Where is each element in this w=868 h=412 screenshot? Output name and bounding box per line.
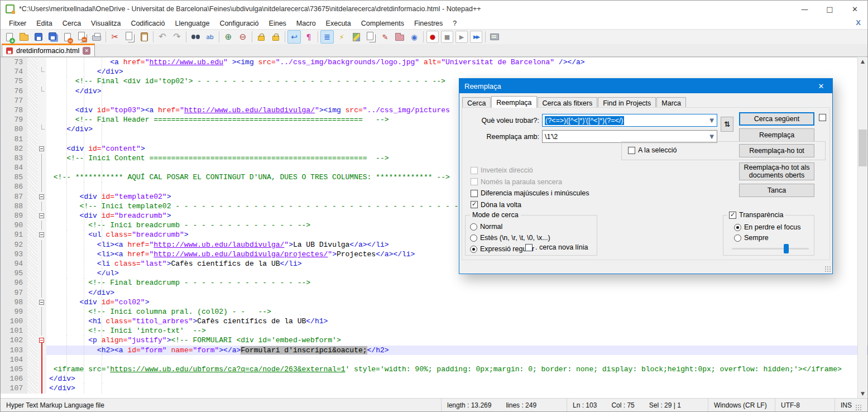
- code-line-99[interactable]: 99 <!-- Inici columna pral. (col02) - - …: [1, 307, 868, 317]
- fold-margin[interactable]: [37, 96, 46, 106]
- fold-margin[interactable]: [37, 182, 46, 191]
- dialog-tab-marca[interactable]: Marca: [656, 97, 686, 108]
- menu-?[interactable]: ?: [448, 18, 462, 28]
- sync-horizontal-icon[interactable]: [269, 30, 282, 44]
- fold-margin[interactable]: [37, 76, 46, 86]
- bookmark-margin[interactable]: [27, 173, 37, 182]
- fold-margin[interactable]: [37, 278, 46, 288]
- bookmark-margin[interactable]: [27, 269, 37, 278]
- menu-executa[interactable]: Executa: [321, 18, 356, 28]
- menu-complements[interactable]: Complements: [356, 18, 409, 28]
- bookmark-margin[interactable]: [27, 221, 37, 230]
- option-checkbox-només-la-paraula-sencera[interactable]: Només la paraula sencera: [471, 178, 562, 186]
- code-line-73[interactable]: 73 <a href="http://www.ub.edu" ><img src…: [1, 58, 868, 67]
- fold-margin[interactable]: [37, 326, 46, 336]
- close-all-icon[interactable]: −: [75, 30, 89, 44]
- macro-save-icon[interactable]: [488, 30, 501, 44]
- print-icon[interactable]: [90, 30, 103, 44]
- fold-margin[interactable]: [37, 67, 46, 76]
- close-document-x[interactable]: X: [856, 18, 861, 27]
- dialog-tab-cerca-als-fitxers[interactable]: Cerca als fitxers: [538, 97, 598, 108]
- fold-margin[interactable]: [37, 384, 46, 393]
- fold-margin[interactable]: [37, 58, 46, 67]
- status-eol-format[interactable]: Windows (CR LF): [708, 399, 775, 411]
- close-button[interactable]: ✕: [842, 1, 867, 17]
- scroll-down-icon[interactable]: ▼: [858, 389, 867, 399]
- dialog-resize-grip[interactable]: [824, 266, 831, 272]
- bookmark-margin[interactable]: [27, 259, 37, 269]
- code-line-97[interactable]: 97 </div>: [1, 288, 868, 298]
- code-line-107[interactable]: 107</div>: [1, 384, 868, 393]
- find-icon[interactable]: [189, 30, 202, 44]
- bookmark-margin[interactable]: [27, 144, 37, 154]
- bookmark-margin[interactable]: [27, 384, 37, 393]
- bookmark-margin[interactable]: [27, 278, 37, 288]
- fold-margin[interactable]: [37, 87, 46, 96]
- menu-codificaci-[interactable]: Codificació: [126, 18, 170, 28]
- fold-margin[interactable]: [37, 336, 46, 345]
- bookmark-margin[interactable]: [27, 230, 37, 239]
- replace-icon[interactable]: ab: [203, 30, 217, 44]
- bookmark-margin[interactable]: [27, 115, 37, 124]
- code-line-98[interactable]: 98 <div id="col02">: [1, 298, 868, 307]
- transparency-radio-sempre[interactable]: Sempre: [734, 234, 769, 242]
- fold-margin[interactable]: [37, 154, 46, 163]
- option-checkbox-dóna-la-volta[interactable]: Dóna la volta: [471, 201, 521, 209]
- bookmark-margin[interactable]: [27, 124, 37, 134]
- close-file-icon[interactable]: −: [61, 30, 74, 44]
- play-macro-icon[interactable]: ▶: [455, 31, 468, 43]
- option-checkbox-diferencia-majúscules-i-minúscules[interactable]: Diferencia majúscules i minúscules: [471, 189, 589, 197]
- menu-llenguatge[interactable]: Llenguatge: [170, 18, 215, 28]
- bookmark-margin[interactable]: [27, 202, 37, 211]
- fold-margin[interactable]: [37, 144, 46, 154]
- fold-margin[interactable]: [37, 202, 46, 211]
- zoom-out-icon[interactable]: ⊖: [236, 30, 250, 44]
- document-list-icon[interactable]: [364, 30, 377, 44]
- bookmark-margin[interactable]: [27, 326, 37, 336]
- status-insert-mode[interactable]: INS: [835, 399, 868, 411]
- tab-dretdinformacio[interactable]: dretdinformacio.html ✕: [2, 44, 95, 56]
- code-line-100[interactable]: 100 <h1 class="titol_arbres">Cafès cient…: [1, 317, 868, 326]
- fold-margin[interactable]: [37, 365, 46, 374]
- menu-cerca[interactable]: Cerca: [57, 18, 86, 28]
- dot-matches-newline-checkbox[interactable]: . cerca nova línia: [525, 243, 588, 251]
- option-checkbox-inverteix-direcció[interactable]: Inverteix direcció: [471, 166, 533, 174]
- code-line-96[interactable]: 96 <!-- Final breadcrump - - - - - - - -…: [1, 278, 868, 288]
- transparency-checkbox[interactable]: Transparència: [727, 211, 785, 219]
- fold-margin[interactable]: [37, 124, 46, 134]
- fold-collapse-icon-active[interactable]: [39, 338, 44, 343]
- code-line-74[interactable]: 74 </div>: [1, 67, 868, 76]
- dialog-tab-cerca[interactable]: Cerca: [462, 97, 491, 108]
- fold-margin[interactable]: [37, 307, 46, 317]
- window-resize-grip[interactable]: [855, 404, 862, 411]
- bookmark-margin[interactable]: [27, 154, 37, 163]
- bookmark-margin[interactable]: [27, 58, 37, 67]
- scroll-up-icon[interactable]: ▲: [858, 57, 867, 66]
- swap-find-replace-button[interactable]: ⇅: [721, 117, 733, 132]
- stop-macro-icon[interactable]: ■: [441, 31, 453, 43]
- chevron-down-icon[interactable]: ▼: [707, 133, 717, 140]
- paste-icon[interactable]: [137, 30, 151, 44]
- document-map-icon[interactable]: [349, 30, 363, 44]
- fold-margin[interactable]: [37, 230, 46, 239]
- fold-margin[interactable]: [37, 106, 46, 115]
- fold-margin[interactable]: [37, 163, 46, 173]
- bookmark-margin[interactable]: [27, 355, 37, 365]
- run-macro-multiple-icon[interactable]: ▶▶: [470, 31, 482, 43]
- code-line-101[interactable]: 101 <!-- Inici 'intro-txt' -->: [1, 326, 868, 336]
- zoom-in-icon[interactable]: ⊕: [222, 30, 235, 44]
- menu-visualitza[interactable]: Visualitza: [86, 18, 126, 28]
- dialog-tab-reempla-a[interactable]: Reemplaça: [491, 96, 536, 108]
- fold-margin[interactable]: [37, 317, 46, 326]
- code-line-104[interactable]: 104: [1, 355, 868, 365]
- dialog-title-bar[interactable]: Reemplaça ✕: [459, 79, 832, 93]
- fold-margin[interactable]: [37, 192, 46, 202]
- in-selection-checkbox[interactable]: A la selecció: [628, 146, 677, 154]
- dialog-tab-find-in-projects[interactable]: Find in Projects: [598, 97, 656, 108]
- file-browser-icon[interactable]: ✎: [378, 30, 392, 44]
- close-dialog-button[interactable]: Tanca: [739, 184, 814, 197]
- fold-collapse-icon[interactable]: [39, 213, 44, 218]
- tab-close-icon[interactable]: ✕: [83, 47, 90, 55]
- search-mode-radio-normal[interactable]: Normal: [470, 223, 502, 231]
- menu-eines[interactable]: Eines: [264, 18, 291, 28]
